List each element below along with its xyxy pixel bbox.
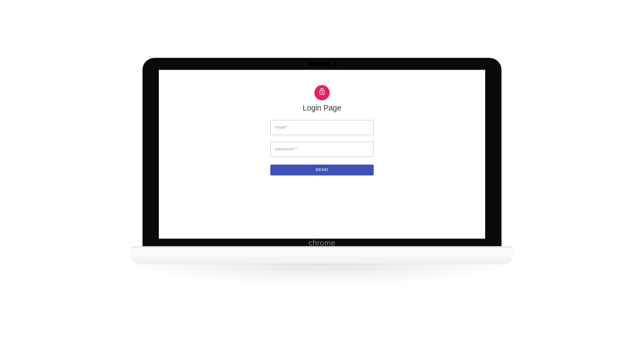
- laptop-frame: Login Page SEND chrome: [143, 58, 501, 285]
- lock-avatar: [314, 85, 330, 100]
- camera-dot: [331, 63, 333, 65]
- page-title: Login Page: [303, 103, 342, 112]
- screen-content: Login Page SEND: [159, 70, 485, 238]
- lock-icon: [318, 88, 326, 97]
- send-button[interactable]: SEND: [270, 164, 374, 175]
- password-field[interactable]: [270, 142, 374, 157]
- email-field[interactable]: [270, 120, 374, 135]
- laptop-base: [132, 246, 512, 262]
- laptop-shadow: [132, 264, 512, 285]
- laptop-bezel: Login Page SEND chrome: [143, 58, 501, 246]
- camera-notch: [307, 62, 337, 66]
